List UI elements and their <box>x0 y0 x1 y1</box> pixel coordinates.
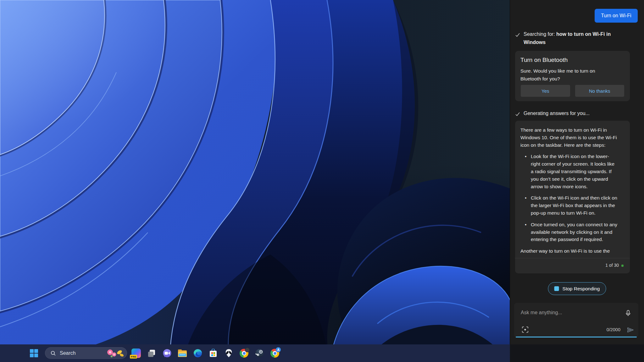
stop-icon <box>554 286 559 291</box>
answer-outro: Another way to turn on Wi-Fi is to use t… <box>520 247 625 255</box>
bluetooth-card: Turn on Bluetooth Sure. Would you like m… <box>515 51 630 101</box>
searching-text: Searching for: how to turn on Wi-Fi in W… <box>524 30 631 47</box>
bullet-item: •Look for the Wi-Fi icon on the lower-ri… <box>525 153 625 190</box>
taskbar-icon-microsoft-store[interactable] <box>207 347 219 359</box>
taskbar-icon-chrome-profile[interactable]: A <box>269 347 281 359</box>
check-icon <box>515 32 520 47</box>
card-divider <box>515 258 630 258</box>
answer-bullets: •Look for the Wi-Fi icon on the lower-ri… <box>520 153 625 243</box>
taskbar-icon-alienware[interactable] <box>222 347 235 359</box>
search-icon <box>50 350 56 356</box>
taskbar-icon-file-explorer[interactable] <box>176 347 189 359</box>
chat-input-box: 0/2000 <box>514 303 638 337</box>
send-icon[interactable] <box>627 326 634 335</box>
chrome-profile-initial: A <box>276 347 281 352</box>
bullet-dot: • <box>525 153 531 190</box>
stop-responding-label: Stop Responding <box>563 286 600 292</box>
copilot-sidebar: Turn on Wi-Fi Searching for: how to turn… <box>510 0 644 362</box>
generating-text: Generating answers for you... <box>524 109 590 119</box>
start-button[interactable] <box>28 347 40 359</box>
taskbar-search[interactable]: Search <box>45 347 127 359</box>
bullet-dot: • <box>525 194 531 217</box>
char-counter: 0/2000 <box>607 327 620 332</box>
chrome-profile-avatar <box>245 348 250 352</box>
pagination: 1 of 30 <box>605 262 624 269</box>
desktop-wallpaper <box>0 0 510 362</box>
microphone-icon[interactable] <box>625 310 631 318</box>
screenshot-capture-icon[interactable] <box>522 326 529 334</box>
bullet-item: •Click on the Wi-Fi icon and then click … <box>525 194 625 217</box>
stop-responding-button[interactable]: Stop Responding <box>548 282 606 295</box>
check-icon <box>515 111 520 119</box>
bluetooth-card-body: Sure. Would you like me to turn on Bluet… <box>520 67 615 83</box>
pagination-label: 1 of 30 <box>605 262 619 269</box>
taskbar: Search PRE <box>0 344 644 362</box>
turn-on-wifi-button[interactable]: Turn on Wi-Fi <box>595 9 638 23</box>
answer-intro: There are a few ways to turn on Wi-Fi in… <box>520 126 625 149</box>
no-thanks-button[interactable]: No thanks <box>575 85 625 97</box>
search-label: Search <box>60 350 106 356</box>
generating-status: Generating answers for you... <box>515 109 631 119</box>
bullet-dot: • <box>525 221 531 243</box>
bullet-item: •Once turned on, you can connect to any … <box>525 221 625 243</box>
taskbar-icon-copilot[interactable]: PRE <box>130 347 142 359</box>
yes-button[interactable]: Yes <box>521 85 570 97</box>
taskbar-icon-steam[interactable] <box>253 347 266 359</box>
answer-card: There are a few ways to turn on Wi-Fi in… <box>515 121 630 273</box>
copilot-pre-badge: PRE <box>130 355 137 359</box>
bluetooth-card-title: Turn on Bluetooth <box>520 57 625 63</box>
desktop: Turn on Wi-Fi Searching for: how to turn… <box>0 0 644 362</box>
searching-status: Searching for: how to turn on Wi-Fi in W… <box>515 30 631 47</box>
taskbar-icon-chat[interactable] <box>161 347 173 359</box>
search-highlights-icon <box>106 348 125 359</box>
taskbar-icon-task-view[interactable] <box>145 347 158 359</box>
taskbar-icon-edge[interactable] <box>192 347 204 359</box>
taskbar-icon-chrome[interactable] <box>238 347 250 359</box>
ask-input[interactable] <box>521 310 615 315</box>
pagination-dot <box>621 265 624 267</box>
